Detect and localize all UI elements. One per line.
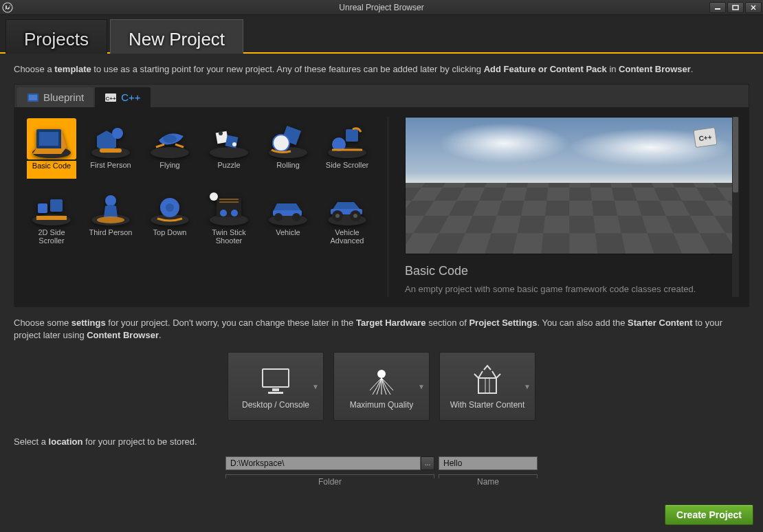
svg-rect-2 xyxy=(733,5,738,10)
maximize-button[interactable] xyxy=(727,2,744,13)
flying-icon xyxy=(145,118,195,159)
template-panel: Blueprint C++ C++ Basic CodeFirst Person… xyxy=(14,84,749,307)
subtab-cpp[interactable]: C++ C++ xyxy=(95,87,150,107)
svg-rect-30 xyxy=(36,216,67,220)
chevron-down-icon: ▼ xyxy=(312,382,319,390)
package-icon xyxy=(470,363,505,400)
svg-point-11 xyxy=(112,128,123,139)
template-label: Twin Stick Shooter xyxy=(203,228,255,246)
folder-field-label: Folder xyxy=(225,474,434,487)
template-puzzle[interactable]: Puzzle xyxy=(201,117,256,180)
top-down-icon xyxy=(145,186,195,227)
template-label: Flying xyxy=(159,161,179,179)
subtab-blueprint[interactable]: Blueprint xyxy=(17,87,93,107)
location-help-text: Select a location for your project to be… xyxy=(14,436,749,448)
svg-point-18 xyxy=(219,131,223,135)
side-scroller-icon xyxy=(322,118,372,159)
vehicle-icon xyxy=(263,186,313,227)
svg-rect-29 xyxy=(50,199,63,212)
setting-starter-content[interactable]: With Starter Content ▼ xyxy=(439,352,535,421)
template-third-person[interactable]: Third Person xyxy=(83,184,138,247)
template-basic-code[interactable]: Basic Code xyxy=(24,117,79,180)
template-label: First Person xyxy=(90,161,131,179)
settings-help-text: Choose some settings for your project. D… xyxy=(14,317,749,342)
minimize-button[interactable] xyxy=(709,2,726,13)
basic-code-icon xyxy=(27,118,76,159)
svg-rect-9 xyxy=(39,132,58,146)
svg-point-51 xyxy=(353,214,357,218)
svg-text:C++: C++ xyxy=(106,96,116,102)
template-vehicle-adv[interactable]: Vehicle Advanced xyxy=(320,184,375,247)
vehicle-adv-icon xyxy=(322,186,372,227)
preview-pane: C++ Basic Code An empty project with som… xyxy=(388,117,739,297)
template-label: Rolling xyxy=(276,161,300,179)
svg-rect-57 xyxy=(485,378,489,393)
template-label: Vehicle Advanced xyxy=(321,228,373,246)
svg-point-14 xyxy=(163,135,177,143)
template-label: Third Person xyxy=(89,228,133,246)
template-side-scroller[interactable]: Side Scroller xyxy=(320,117,375,180)
preview-scrollbar[interactable] xyxy=(732,117,739,297)
rolling-icon xyxy=(263,118,313,159)
main-tabs: Projects New Project xyxy=(0,15,763,54)
svg-point-33 xyxy=(97,217,124,223)
preview-badge-icon: C++ xyxy=(693,127,717,148)
template-help-text: Choose a template to use as a starting p… xyxy=(14,63,749,76)
monitor-icon xyxy=(258,363,293,400)
preview-title: Basic Code xyxy=(405,264,733,278)
cpp-icon: C++ xyxy=(104,92,117,103)
folder-input[interactable] xyxy=(225,456,421,470)
template-twin-stick[interactable]: Twin Stick Shooter xyxy=(201,184,256,247)
setting-label: With Starter Content xyxy=(450,400,525,410)
template-label: Side Scroller xyxy=(326,161,368,179)
chevron-down-icon: ▼ xyxy=(524,382,531,390)
preview-description: An empty project with some basic game fr… xyxy=(405,284,733,294)
subtab-label: Blueprint xyxy=(43,91,84,103)
subtab-label: C++ xyxy=(121,91,140,103)
template-label: 2D Side Scroller xyxy=(25,228,78,246)
svg-point-15 xyxy=(210,147,248,158)
create-project-button[interactable]: Create Project xyxy=(665,505,753,525)
svg-rect-53 xyxy=(272,388,279,391)
setting-quality[interactable]: Maximum Quality ▼ xyxy=(333,352,430,421)
svg-point-45 xyxy=(292,213,300,221)
svg-rect-28 xyxy=(38,203,47,213)
chevron-down-icon: ▼ xyxy=(418,382,425,390)
twin-stick-icon xyxy=(204,186,254,227)
template-label: Basic Code xyxy=(27,161,76,179)
svg-point-0 xyxy=(3,3,12,12)
third-person-icon xyxy=(86,186,135,227)
svg-rect-54 xyxy=(268,392,283,394)
puzzle-icon xyxy=(204,118,254,159)
svg-point-36 xyxy=(166,203,174,212)
svg-point-32 xyxy=(105,195,116,206)
svg-point-50 xyxy=(335,214,340,218)
svg-rect-12 xyxy=(100,148,122,153)
template-vehicle[interactable]: Vehicle xyxy=(261,184,316,247)
first-person-icon xyxy=(86,118,135,159)
svg-point-41 xyxy=(210,192,218,201)
template-grid: Basic CodeFirst PersonFlyingPuzzleRollin… xyxy=(24,117,388,297)
template-rolling[interactable]: Rolling xyxy=(261,117,316,180)
blueprint-icon xyxy=(27,92,39,103)
browse-folder-button[interactable]: ... xyxy=(421,456,434,470)
svg-point-19 xyxy=(232,142,236,146)
svg-rect-4 xyxy=(29,95,37,100)
tab-projects[interactable]: Projects xyxy=(5,19,107,54)
svg-point-13 xyxy=(151,147,189,158)
tab-new-project[interactable]: New Project xyxy=(110,19,243,54)
close-button[interactable] xyxy=(745,2,762,13)
project-name-input[interactable] xyxy=(439,456,538,470)
svg-point-44 xyxy=(274,213,283,221)
template-top-down[interactable]: Top Down xyxy=(142,184,197,247)
svg-rect-52 xyxy=(263,369,289,387)
template-label: Top Down xyxy=(153,228,187,246)
setting-target-hardware[interactable]: Desktop / Console ▼ xyxy=(228,352,324,421)
svg-rect-1 xyxy=(715,8,720,10)
svg-rect-17 xyxy=(225,135,239,148)
template-2d-side-scroller[interactable]: 2D Side Scroller xyxy=(24,184,79,247)
template-flying[interactable]: Flying xyxy=(142,117,197,180)
template-first-person[interactable]: First Person xyxy=(83,117,138,180)
window-title: Unreal Project Browser xyxy=(0,3,763,12)
svg-point-40 xyxy=(231,210,238,217)
